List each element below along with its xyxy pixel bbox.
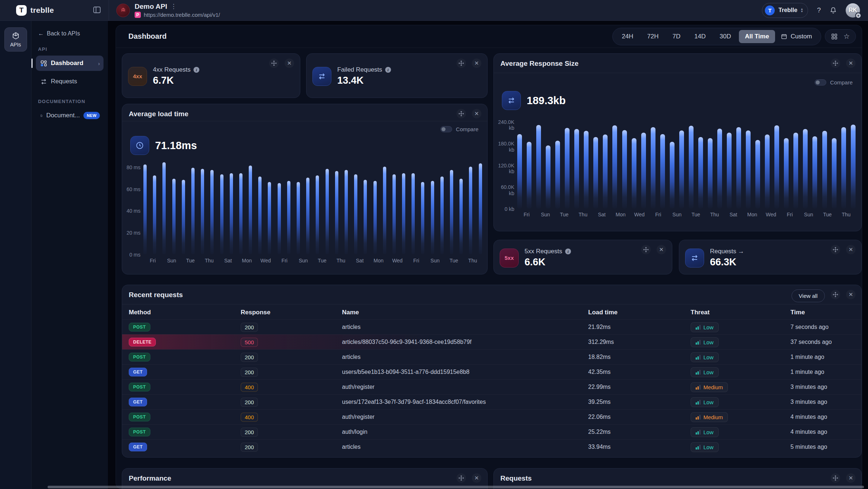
close-icon[interactable]: ✕ bbox=[285, 58, 294, 68]
stat-value: 6.6K bbox=[525, 257, 571, 268]
drag-move-icon[interactable] bbox=[456, 473, 466, 483]
cell-response: 200 bbox=[241, 428, 342, 437]
table-row[interactable]: POST200auth/login25.22msLow4 minutes ago bbox=[122, 424, 861, 439]
cell-method: GET bbox=[129, 443, 241, 451]
topbar: T treblle Demo API ⋮ P h bbox=[0, 0, 868, 21]
y-tick: 0 ms bbox=[124, 252, 140, 258]
cell-time: 5 minutes ago bbox=[790, 444, 855, 450]
cell-method: POST bbox=[129, 428, 241, 436]
close-icon[interactable]: ✕ bbox=[846, 245, 856, 254]
cell-method: POST bbox=[129, 413, 241, 421]
drag-move-icon[interactable] bbox=[831, 58, 840, 68]
favorite-star-icon[interactable]: ☆ bbox=[843, 33, 850, 40]
table-row[interactable]: POST200articles21.92msLow7 seconds ago bbox=[122, 319, 861, 334]
drag-move-icon[interactable] bbox=[456, 109, 466, 118]
chart-bar bbox=[421, 182, 424, 254]
stat-value: 13.4K bbox=[337, 75, 391, 86]
table-row[interactable]: GET200users/b5ee1b13-b094-3511-a776-ddd1… bbox=[122, 364, 861, 379]
filter-30d[interactable]: 30D bbox=[713, 30, 737, 43]
info-icon[interactable]: i bbox=[385, 67, 391, 73]
user-avatar[interactable]: RK ▾ bbox=[846, 3, 860, 18]
chart-bar bbox=[698, 137, 703, 209]
x-tick: Tue bbox=[444, 258, 463, 264]
cell-time: 4 minutes ago bbox=[790, 429, 855, 435]
cell-name: auth/login bbox=[342, 429, 588, 435]
kebab-menu-icon[interactable]: ⋮ bbox=[170, 5, 177, 8]
chart-bar bbox=[679, 130, 684, 209]
back-to-apis-link[interactable]: ← Back to APIs bbox=[36, 30, 104, 37]
help-icon[interactable]: ? bbox=[817, 6, 821, 14]
app-root: T treblle Demo API ⋮ P h bbox=[0, 0, 868, 489]
chart-bar bbox=[536, 125, 541, 209]
chevron-up-down-icon: ▴▾ bbox=[801, 8, 803, 13]
sidebar-collapse-icon[interactable] bbox=[93, 7, 101, 13]
calendar-icon bbox=[781, 33, 787, 39]
horizontal-scrollbar[interactable] bbox=[48, 486, 864, 488]
close-icon[interactable]: ✕ bbox=[846, 290, 856, 299]
filter-7d[interactable]: 7D bbox=[666, 30, 687, 43]
chart-bar bbox=[765, 134, 770, 209]
close-icon[interactable]: ✕ bbox=[472, 109, 481, 118]
widgets-grid-icon[interactable] bbox=[831, 33, 838, 40]
table-row[interactable]: GET200articles33.94msLow5 minutes ago bbox=[122, 439, 861, 454]
col-time: Time bbox=[790, 309, 855, 316]
api-title: Demo API bbox=[135, 3, 167, 11]
notifications-bell-icon[interactable] bbox=[830, 7, 837, 14]
rail-item-label: APIs bbox=[10, 42, 21, 48]
close-icon[interactable]: ✕ bbox=[846, 473, 856, 483]
custom-range-button[interactable]: Custom bbox=[777, 30, 818, 43]
drag-move-icon[interactable] bbox=[641, 245, 651, 254]
info-icon[interactable]: i bbox=[565, 249, 571, 254]
info-icon[interactable]: i bbox=[193, 67, 199, 73]
close-icon[interactable]: ✕ bbox=[657, 245, 666, 254]
table-body: POST200articles21.92msLow7 seconds agoDE… bbox=[122, 319, 861, 454]
workspace-switcher[interactable]: T Treblle ▴▾ bbox=[762, 3, 808, 18]
stat-title: Requests → bbox=[710, 248, 744, 255]
sidebar-item-requests[interactable]: Requests bbox=[36, 74, 104, 89]
chart-bar bbox=[316, 175, 319, 254]
view-all-button[interactable]: View all bbox=[792, 289, 825, 302]
drag-move-icon[interactable] bbox=[831, 290, 840, 299]
compare-toggle[interactable]: Compare bbox=[815, 79, 853, 86]
threat-badge: Medium bbox=[691, 412, 728, 422]
threat-bars-icon bbox=[696, 415, 700, 420]
table-row[interactable]: GET200users/172eaf13-3e7f-3d79-9acf-1834… bbox=[122, 394, 861, 409]
chart-bar bbox=[182, 180, 185, 254]
method-badge: GET bbox=[129, 398, 147, 406]
x-tick: Tue bbox=[313, 258, 331, 264]
x-tick: Thu bbox=[705, 212, 724, 217]
sidebar-item-dashboard[interactable]: Dashboard › bbox=[36, 56, 104, 71]
sidebar-item-documentation[interactable]: Document... NEW bbox=[36, 108, 104, 123]
chart-bar bbox=[755, 140, 760, 209]
table-row[interactable]: POST400auth/register22.99msMedium3 minut… bbox=[122, 379, 861, 394]
threat-label: Low bbox=[703, 324, 714, 330]
rail-item-apis[interactable]: APIs bbox=[4, 27, 27, 52]
close-icon[interactable]: ✕ bbox=[846, 58, 856, 68]
drag-move-icon[interactable] bbox=[456, 58, 466, 68]
drag-move-icon[interactable] bbox=[831, 473, 840, 483]
threat-label: Low bbox=[703, 429, 714, 435]
compare-toggle[interactable]: Compare bbox=[440, 126, 478, 132]
table-row[interactable]: DELETE500articles/88037c50-96c9-3941-936… bbox=[122, 334, 861, 349]
filter-all-time[interactable]: All Time bbox=[739, 30, 775, 43]
cell-name: users/b5ee1b13-b094-3511-a776-ddd15915e8… bbox=[342, 369, 588, 375]
close-icon[interactable]: ✕ bbox=[472, 58, 481, 68]
table-row[interactable]: POST400auth/register22.06msMedium4 minut… bbox=[122, 409, 861, 424]
table-row[interactable]: POST200articles18.82msLow1 minute ago bbox=[122, 349, 861, 364]
threat-badge: Low bbox=[691, 352, 719, 362]
swap-arrows-icon bbox=[40, 78, 47, 85]
filter-14d[interactable]: 14D bbox=[688, 30, 712, 43]
metric-response-size: 189.3kb bbox=[502, 91, 565, 110]
close-icon[interactable]: ✕ bbox=[472, 473, 481, 483]
drag-move-icon[interactable] bbox=[831, 245, 840, 254]
threat-bars-icon bbox=[696, 400, 700, 405]
api-info: Demo API ⋮ P https://demo.treblle.com/ap… bbox=[109, 3, 220, 18]
method-badge: POST bbox=[129, 413, 150, 421]
threat-badge: Medium bbox=[691, 382, 728, 392]
filter-24h[interactable]: 24H bbox=[616, 30, 639, 43]
threat-bars-icon bbox=[696, 340, 700, 345]
chart-bar bbox=[230, 173, 233, 254]
chart-bar bbox=[851, 125, 856, 209]
drag-move-icon[interactable] bbox=[269, 58, 279, 68]
filter-72h[interactable]: 72H bbox=[641, 30, 665, 43]
